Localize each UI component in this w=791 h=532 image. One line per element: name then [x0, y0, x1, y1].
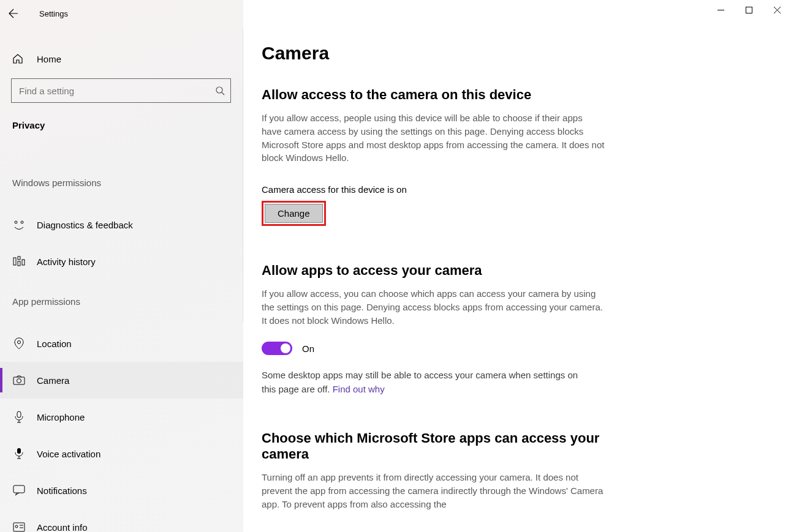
change-button-highlight: Change	[262, 201, 326, 226]
window-title: Settings	[39, 9, 68, 18]
find-out-why-link[interactable]: Find out why	[333, 384, 385, 394]
sidebar-item-label: Notifications	[37, 485, 87, 496]
desktop-apps-note: Some desktop apps may still be able to a…	[262, 369, 592, 396]
home-label: Home	[37, 54, 61, 64]
svg-point-2	[15, 221, 17, 223]
sidebar-item-activity[interactable]: Activity history	[0, 243, 243, 280]
search-box[interactable]	[11, 78, 231, 103]
svg-point-8	[18, 341, 21, 344]
account-icon	[12, 522, 26, 532]
sidebar-item-label: Camera	[37, 375, 69, 386]
group-app-permissions: App permissions Location Camera	[0, 296, 243, 532]
titlebar-left: Settings	[0, 0, 243, 27]
svg-point-15	[15, 525, 18, 528]
svg-rect-13	[13, 485, 25, 493]
section-store-apps: Choose which Microsoft Store apps can ac…	[262, 430, 773, 511]
sidebar-item-diagnostics[interactable]: Diagnostics & feedback	[0, 206, 243, 243]
sidebar-item-label: Microphone	[37, 412, 85, 422]
svg-point-10	[17, 379, 21, 383]
voice-icon	[12, 448, 26, 460]
camera-icon	[12, 375, 26, 385]
change-button[interactable]: Change	[265, 204, 323, 223]
svg-rect-6	[18, 261, 20, 266]
microphone-icon	[12, 411, 26, 423]
search-icon	[210, 86, 230, 96]
svg-rect-19	[746, 7, 752, 13]
svg-rect-12	[17, 448, 21, 454]
sidebar-item-microphone[interactable]: Microphone	[0, 399, 243, 435]
main-content: Camera Allow access to the camera on thi…	[243, 0, 791, 532]
sidebar-item-label: Diagnostics & feedback	[37, 220, 133, 230]
section3-body: Turning off an app prevents it from dire…	[262, 471, 605, 511]
notifications-icon	[12, 485, 26, 496]
sidebar: Settings Home Privacy Windows permission…	[0, 0, 243, 532]
group-wp-label: Windows permissions	[0, 178, 243, 188]
group-ap-label: App permissions	[0, 296, 243, 307]
group-windows-permissions: Windows permissions Diagnostics & feedba…	[0, 178, 243, 280]
toggle-label: On	[302, 343, 314, 354]
minimize-button[interactable]	[706, 0, 735, 20]
toggle-knob	[281, 343, 290, 353]
app-access-toggle[interactable]	[262, 342, 292, 355]
svg-rect-5	[18, 257, 20, 260]
sidebar-item-account[interactable]: Account info	[0, 509, 243, 532]
section-app-access: Allow apps to access your camera If you …	[262, 263, 773, 396]
page-title: Camera	[262, 43, 773, 64]
settings-window: Settings Home Privacy Windows permission…	[0, 0, 791, 532]
svg-rect-14	[13, 523, 25, 531]
note-text: Some desktop apps may still be able to a…	[262, 370, 578, 394]
sidebar-item-label: Voice activation	[37, 449, 100, 459]
svg-rect-9	[13, 377, 25, 384]
search-input[interactable]	[12, 86, 210, 96]
sidebar-item-label: Activity history	[37, 257, 96, 267]
app-access-toggle-row: On	[262, 342, 773, 355]
section2-body: If you allow access, you can choose whic…	[262, 287, 605, 327]
window-controls	[706, 0, 791, 27]
location-icon	[12, 337, 26, 350]
sidebar-item-label: Account info	[37, 522, 88, 533]
device-access-status: Camera access for this device is on	[262, 184, 773, 195]
svg-point-3	[21, 221, 23, 223]
category-label: Privacy	[12, 120, 45, 130]
sidebar-item-voice[interactable]: Voice activation	[0, 435, 243, 472]
sidebar-item-camera[interactable]: Camera	[0, 362, 243, 399]
section1-body: If you allow access, people using this d…	[262, 111, 605, 165]
diagnostics-icon	[12, 219, 26, 230]
sidebar-item-notifications[interactable]: Notifications	[0, 472, 243, 509]
svg-rect-4	[13, 258, 16, 265]
section2-title: Allow apps to access your camera	[262, 263, 773, 279]
back-button[interactable]	[0, 0, 27, 27]
svg-rect-7	[22, 260, 25, 265]
svg-point-0	[216, 87, 222, 93]
section3-title: Choose which Microsoft Store apps can ac…	[262, 430, 605, 462]
svg-line-1	[222, 92, 224, 95]
maximize-button[interactable]	[735, 0, 763, 20]
close-button[interactable]	[763, 0, 791, 20]
svg-rect-11	[17, 411, 21, 418]
back-arrow-icon	[9, 9, 18, 18]
home-icon	[12, 53, 26, 64]
activity-icon	[12, 256, 26, 267]
sidebar-item-location[interactable]: Location	[0, 325, 243, 362]
home-nav[interactable]: Home	[0, 45, 243, 72]
section-device-access: Allow access to the camera on this devic…	[262, 87, 773, 226]
sidebar-item-label: Location	[37, 339, 72, 349]
section1-title: Allow access to the camera on this devic…	[262, 87, 773, 103]
